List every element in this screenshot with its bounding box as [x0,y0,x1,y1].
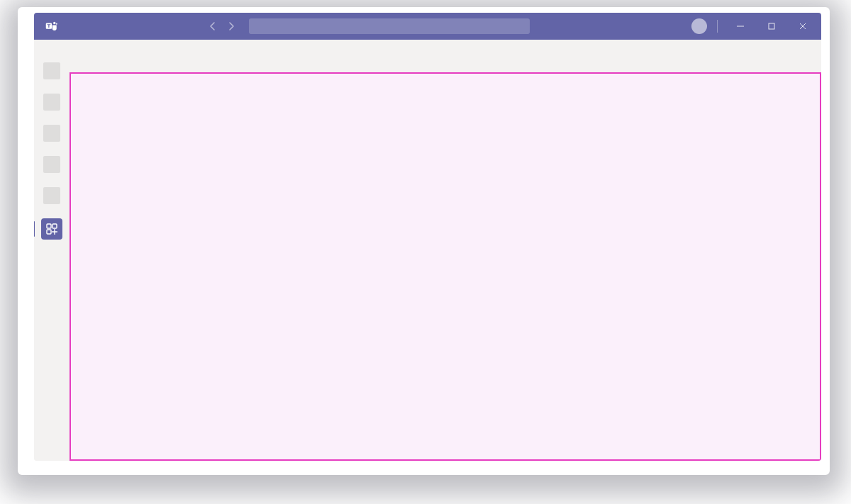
history-nav [209,21,235,31]
rail-item-1[interactable] [43,62,60,79]
svg-point-2 [56,23,57,25]
rail-item-2[interactable] [43,94,60,111]
svg-rect-6 [47,230,51,234]
svg-point-1 [53,22,55,24]
content-region [69,40,821,461]
svg-rect-4 [47,224,51,228]
window-close-button[interactable] [790,13,816,40]
svg-rect-3 [769,23,774,29]
nav-forward-button[interactable] [228,21,235,31]
teams-logo-icon [45,20,58,33]
apps-icon [46,223,57,235]
app-rail [34,40,69,461]
rail-item-5[interactable] [43,187,60,204]
rail-item-3[interactable] [43,125,60,142]
window-minimize-button[interactable] [728,13,753,40]
app-window [34,13,821,461]
user-avatar[interactable] [691,18,707,34]
rail-item-apps[interactable] [41,218,62,240]
svg-rect-5 [52,224,57,228]
search-input[interactable] [249,18,530,34]
highlighted-content-area [69,72,821,461]
rail-item-4[interactable] [43,156,60,173]
titlebar-divider [717,20,718,33]
window-maximize-button[interactable] [759,13,784,40]
nav-back-button[interactable] [209,21,216,31]
title-bar [34,13,821,40]
